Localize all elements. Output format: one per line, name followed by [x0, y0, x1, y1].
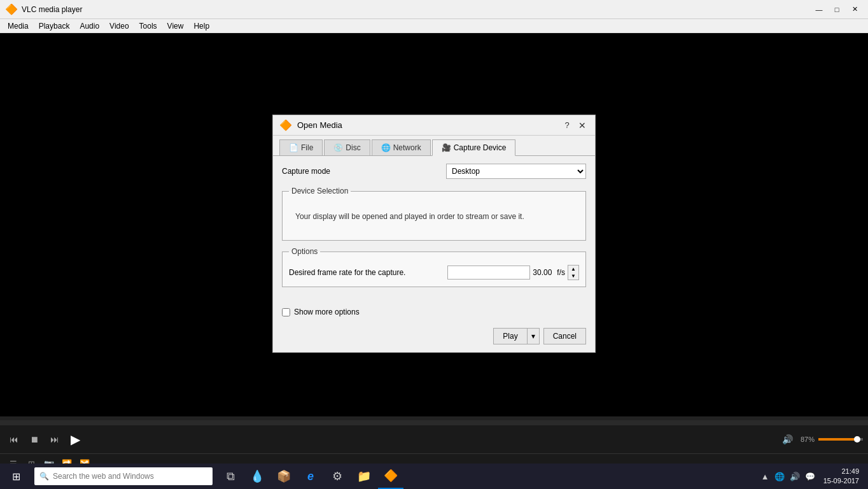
taskbar-app5[interactable]: ⚙: [325, 464, 350, 489]
frame-rate-row: Desired frame rate for the capture. 30.0…: [289, 265, 579, 280]
disc-icon: 💿: [333, 143, 343, 152]
menu-item-media[interactable]: Media: [3, 20, 34, 32]
window-controls: — □ ✕: [811, 3, 863, 16]
tab-disc-label: Disc: [346, 143, 360, 152]
dialog-title-text: Open Media: [297, 120, 561, 130]
tray-up-arrow[interactable]: ▲: [759, 471, 771, 483]
search-input[interactable]: [53, 472, 207, 481]
play-pause-button[interactable]: ▶: [66, 430, 84, 448]
framerate-up-button[interactable]: ▲: [568, 266, 578, 273]
network-tray-icon[interactable]: 🌐: [773, 471, 787, 483]
framerate-input[interactable]: [447, 266, 530, 280]
play-dropdown-button[interactable]: ▾: [527, 328, 540, 344]
close-button[interactable]: ✕: [846, 3, 863, 16]
network-icon: 🌐: [381, 143, 391, 152]
capture-mode-select[interactable]: Desktop DirectShow TV - Digital TV - Ana…: [446, 164, 586, 179]
play-button[interactable]: Play: [493, 328, 526, 344]
volume-icon: 🔊: [779, 430, 797, 448]
taskbar-store[interactable]: 📦: [271, 464, 297, 489]
tab-capture-device[interactable]: 🎥 Capture Device: [432, 139, 516, 156]
options-fieldset: Options Desired frame rate for the captu…: [282, 247, 586, 287]
dialog-help-button[interactable]: ?: [561, 119, 573, 132]
show-more-label[interactable]: Show more options: [294, 308, 360, 316]
volume-tray-icon[interactable]: 🔊: [788, 471, 802, 483]
tab-file[interactable]: 📄 File: [279, 139, 323, 155]
search-icon: 🔍: [39, 472, 49, 481]
menu-item-tools[interactable]: Tools: [134, 20, 162, 32]
clock-time: 21:49: [841, 467, 859, 475]
tab-bar: 📄 File 💿 Disc 🌐 Network 🎥 Capture Device: [273, 136, 595, 156]
framerate-spinner: ▲ ▼: [568, 265, 579, 280]
framerate-down-button[interactable]: ▼: [568, 273, 578, 280]
cancel-button[interactable]: Cancel: [543, 328, 586, 344]
taskbar-edge[interactable]: e: [298, 464, 323, 489]
capture-mode-label: Capture mode: [282, 167, 446, 176]
options-legend: Options: [289, 247, 320, 256]
volume-thumb: [854, 436, 860, 443]
dialog-content: Capture mode Desktop DirectShow TV - Dig…: [273, 156, 595, 301]
device-selection-fieldset: Device Selection Your display will be op…: [282, 187, 586, 241]
volume-slider[interactable]: [818, 438, 863, 441]
taskbar-dropbox[interactable]: 💧: [244, 464, 270, 489]
dialog-icon: 🔶: [279, 119, 292, 131]
taskbar-icons: ⧉ 💧 📦 e ⚙ 📁 🔶: [218, 464, 403, 489]
menu-item-playback[interactable]: Playback: [34, 20, 75, 32]
clock-date: 15-09-2017: [823, 477, 859, 485]
tab-file-label: File: [301, 143, 313, 152]
menu-item-view[interactable]: View: [162, 20, 189, 32]
frame-rate-label: Desired frame rate for the capture.: [289, 268, 447, 277]
app-title: VLC media player: [22, 5, 811, 14]
taskbar-task-view[interactable]: ⧉: [218, 464, 243, 489]
taskbar-vlc[interactable]: 🔶: [378, 464, 403, 489]
tab-network[interactable]: 🌐 Network: [372, 139, 431, 155]
framerate-value: 30.00: [533, 268, 552, 277]
taskbar: ⊞ 🔍 ⧉ 💧 📦 e ⚙ 📁 🔶 ▲ 🌐 🔊 💬 21:49 15-09-20…: [0, 464, 868, 489]
minimize-button[interactable]: —: [811, 3, 827, 16]
previous-button[interactable]: ⏮: [5, 430, 23, 448]
volume-area: 🔊 87%: [779, 430, 863, 448]
play-button-group: Play ▾: [493, 328, 539, 344]
menu-item-audio[interactable]: Audio: [74, 20, 104, 32]
search-bar: 🔍: [34, 467, 213, 485]
dialog-title-bar: 🔶 Open Media ? ✕: [273, 115, 595, 136]
menu-item-help[interactable]: Help: [188, 20, 214, 32]
open-media-dialog: 🔶 Open Media ? ✕ 📄 File 💿 Disc 🌐 Network: [272, 115, 596, 353]
tab-capture-device-label: Capture Device: [454, 143, 507, 152]
app-icon: 🔶: [5, 3, 18, 15]
menu-bar: Media Playback Audio Video Tools View He…: [0, 19, 868, 33]
capture-mode-row: Capture mode Desktop DirectShow TV - Dig…: [282, 164, 586, 179]
dialog-footer: Play ▾ Cancel: [273, 323, 595, 352]
framerate-control: 30.00 f/s ▲ ▼: [447, 265, 579, 280]
notification-icon[interactable]: 💬: [803, 471, 817, 483]
controls-row: ⏮ ⏹ ⏭ ▶ 🔊 87%: [0, 425, 868, 453]
framerate-unit: f/s: [557, 268, 565, 277]
stop-button[interactable]: ⏹: [25, 430, 43, 448]
device-selection-legend: Device Selection: [289, 187, 351, 195]
maximize-button[interactable]: □: [829, 3, 845, 16]
taskbar-explorer[interactable]: 📁: [351, 464, 377, 489]
file-icon: 📄: [289, 143, 298, 152]
show-more-checkbox[interactable]: [282, 308, 290, 316]
next-button[interactable]: ⏭: [46, 430, 64, 448]
taskbar-right: ▲ 🌐 🔊 💬 21:49 15-09-2017: [759, 467, 868, 486]
dialog-close-button[interactable]: ✕: [576, 119, 589, 132]
start-button[interactable]: ⊞: [0, 464, 32, 489]
device-selection-text: Your display will be opened and played i…: [289, 199, 579, 234]
volume-fill: [818, 438, 857, 441]
system-tray: ▲ 🌐 🔊 💬: [759, 471, 817, 483]
show-more-options-row: Show more options: [273, 308, 595, 316]
menu-item-video[interactable]: Video: [104, 20, 134, 32]
progress-bar[interactable]: [0, 420, 868, 425]
main-area: 🔶 Open Media ? ✕ 📄 File 💿 Disc 🌐 Network: [0, 33, 868, 434]
volume-percent: 87%: [801, 436, 815, 443]
tab-disc[interactable]: 💿 Disc: [324, 139, 370, 155]
system-clock[interactable]: 21:49 15-09-2017: [820, 467, 863, 486]
capture-device-icon: 🎥: [442, 143, 451, 152]
dialog-overlay: 🔶 Open Media ? ✕ 📄 File 💿 Disc 🌐 Network: [0, 33, 868, 434]
tab-network-label: Network: [393, 143, 421, 152]
title-bar: 🔶 VLC media player — □ ✕: [0, 0, 868, 19]
